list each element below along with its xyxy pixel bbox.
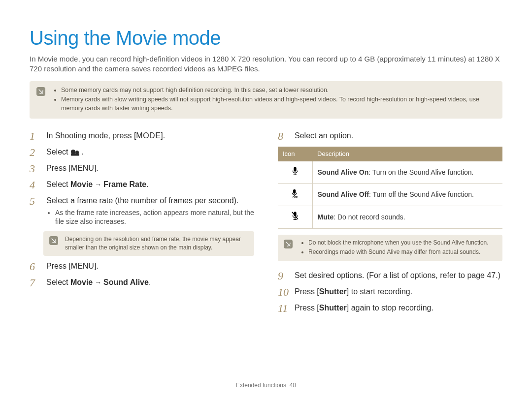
step-text: ] to start recording. bbox=[347, 287, 412, 296]
step-text: Select a frame rate (the number of frame… bbox=[46, 196, 238, 205]
cell-bold: Sound Alive On bbox=[318, 168, 369, 176]
note-box-top: Some memory cards may not support high d… bbox=[30, 81, 502, 119]
step-text: Press [ bbox=[295, 304, 319, 312]
cell-rest: : Turn off the Sound Alive function. bbox=[369, 190, 474, 198]
step-text: Select bbox=[46, 148, 70, 156]
sound-alive-table: Icon Description Sound Alive On: Turn on… bbox=[278, 147, 502, 229]
note-item: Recordings made with Sound Alive may dif… bbox=[308, 248, 489, 256]
cell-bold: Sound Alive Off bbox=[318, 190, 369, 198]
step-text: ]. bbox=[94, 262, 99, 270]
page-footer: Extended functions 40 bbox=[0, 381, 532, 389]
svg-text:OFF: OFF bbox=[293, 196, 298, 198]
note-item: Do not block the microphone when you use… bbox=[308, 239, 489, 247]
key-shutter: Shutter bbox=[319, 304, 347, 312]
table-row: Sound Alive On: Turn on the Sound Alive … bbox=[278, 161, 502, 184]
step-number: 7 bbox=[30, 277, 41, 288]
table-header-icon: Icon bbox=[278, 147, 312, 161]
arrow-icon: → bbox=[93, 278, 103, 286]
svg-rect-6 bbox=[293, 189, 296, 194]
cell-bold: Mute bbox=[318, 213, 334, 221]
emph: Movie bbox=[70, 180, 93, 188]
key-menu: MENU bbox=[71, 262, 94, 270]
step-number: 1 bbox=[30, 130, 41, 142]
note-icon bbox=[49, 236, 58, 245]
note-list: Do not block the microphone when you use… bbox=[299, 239, 489, 257]
mic-on-icon bbox=[291, 170, 299, 178]
note-list: Some memory cards may not support high d… bbox=[52, 86, 496, 114]
cell-rest: : Turn on the Sound Alive function. bbox=[368, 168, 473, 176]
movie-mode-icon bbox=[70, 148, 81, 156]
emph: Movie bbox=[70, 278, 93, 286]
mic-mute-icon bbox=[291, 215, 299, 222]
step-text: Press [ bbox=[46, 164, 71, 172]
note-item: Some memory cards may not support high d… bbox=[61, 86, 496, 95]
step-1: 1 In Shooting mode, press [MODE]. bbox=[30, 130, 254, 142]
step-6: 6 Press [MENU]. bbox=[30, 261, 254, 272]
step-5: 5 Select a frame rate (the number of fra… bbox=[30, 195, 254, 226]
note-text: Depending on the resolution and frame ra… bbox=[65, 235, 248, 252]
step-text: ]. bbox=[94, 164, 99, 172]
step-text: Select bbox=[46, 278, 70, 286]
step-text: . bbox=[146, 180, 148, 188]
mic-off-icon: OFF bbox=[291, 192, 299, 200]
step-number: 8 bbox=[278, 130, 290, 142]
step-number: 3 bbox=[30, 163, 41, 174]
step-text: . bbox=[81, 148, 83, 156]
step-7: 7 Select Movie → Sound Alive. bbox=[30, 277, 254, 288]
step-text: . bbox=[149, 278, 151, 286]
key-mode: MODE bbox=[136, 131, 161, 140]
cell-rest: : Do not record sounds. bbox=[333, 213, 405, 221]
step-number: 6 bbox=[30, 261, 41, 272]
table-row: OFF Sound Alive Off: Turn off the Sound … bbox=[278, 184, 502, 206]
step-10: 10 Press [Shutter] to start recording. bbox=[278, 286, 502, 298]
emph: Frame Rate bbox=[103, 180, 146, 188]
step-4: 4 Select Movie → Frame Rate. bbox=[30, 179, 254, 190]
step-11: 11 Press [Shutter] again to stop recordi… bbox=[278, 303, 502, 314]
step-8: 8 Select an option. bbox=[278, 130, 502, 142]
key-shutter: Shutter bbox=[319, 287, 347, 296]
step-number: 2 bbox=[30, 147, 41, 158]
right-column: 8 Select an option. Icon Description bbox=[278, 126, 502, 319]
step-text: Select an option. bbox=[295, 130, 502, 141]
step-9: 9 Set desired options. (For a list of op… bbox=[278, 270, 502, 281]
step-text: Select bbox=[46, 180, 70, 188]
left-column: 1 In Shooting mode, press [MODE]. 2 Sele… bbox=[30, 126, 254, 319]
note-item: Memory cards with slow writing speeds wi… bbox=[61, 95, 496, 113]
step-text: In Shooting mode, press [ bbox=[46, 131, 136, 140]
footer-section: Extended functions bbox=[236, 382, 286, 389]
svg-rect-3 bbox=[294, 167, 296, 171]
intro-text: In Movie mode, you can record high-defin… bbox=[30, 54, 502, 74]
arrow-icon: → bbox=[93, 181, 103, 188]
step-text: Press [ bbox=[295, 287, 319, 296]
table-header-desc: Description bbox=[312, 147, 502, 161]
step-number: 5 bbox=[30, 195, 41, 207]
sub-bullet: As the frame rate increases, action appe… bbox=[55, 208, 254, 227]
svg-rect-2 bbox=[71, 154, 79, 156]
step-2: 2 Select . bbox=[30, 147, 254, 158]
step-number: 4 bbox=[30, 179, 41, 190]
step-text: Set desired options. (For a list of opti… bbox=[295, 270, 502, 281]
step-number: 11 bbox=[278, 303, 290, 314]
page-title: Using the Movie mode bbox=[30, 25, 502, 51]
table-row: Mute: Do not record sounds. bbox=[278, 206, 502, 229]
note-icon bbox=[36, 87, 45, 96]
step-text: ]. bbox=[161, 131, 165, 140]
note-icon bbox=[284, 240, 293, 248]
step-text: Press [ bbox=[46, 262, 71, 270]
note-box-nested: Depending on the resolution and frame ra… bbox=[43, 231, 254, 256]
emph: Sound Alive bbox=[103, 278, 149, 286]
step-text: ] again to stop recording. bbox=[347, 304, 433, 312]
key-menu: MENU bbox=[71, 164, 94, 172]
step-number: 9 bbox=[278, 270, 290, 281]
step-3: 3 Press [MENU]. bbox=[30, 163, 254, 174]
step-number: 10 bbox=[278, 286, 290, 298]
note-box-right: Do not block the microphone when you use… bbox=[278, 235, 502, 261]
footer-page-number: 40 bbox=[290, 382, 296, 389]
